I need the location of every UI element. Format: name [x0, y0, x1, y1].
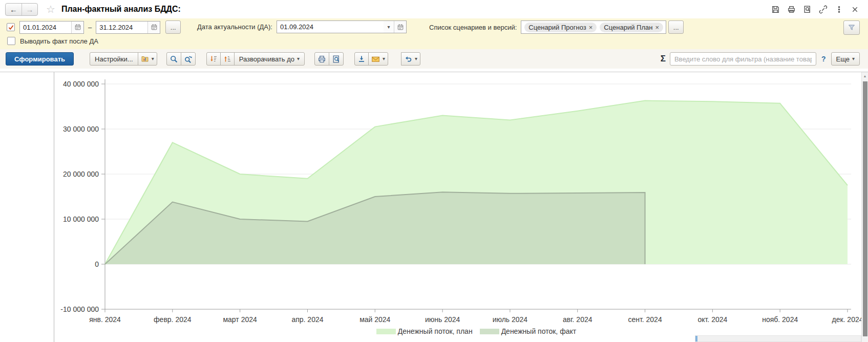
horizontal-scrollbar[interactable] — [695, 335, 861, 342]
scenario-tag: Сценарий План × — [600, 23, 663, 32]
period-from-calendar-button[interactable] — [71, 22, 83, 33]
cashflow-area-chart: -10 000 000010 000 00020 000 00030 000 0… — [0, 72, 861, 342]
vertical-scrollbar-thumb[interactable] — [863, 81, 867, 336]
x-tick-label: янв. 2024 — [89, 315, 121, 324]
period-to-input[interactable] — [96, 22, 147, 33]
collapse-rows-button[interactable] — [206, 52, 221, 66]
expand-rows-button[interactable] — [220, 52, 235, 66]
y-tick-label: 30 000 000 — [63, 125, 99, 133]
x-tick-label: март 2024 — [223, 315, 257, 324]
period-to-calendar-button[interactable] — [147, 22, 160, 33]
quick-filter-input[interactable] — [670, 52, 816, 66]
x-tick-label: июль 2024 — [493, 315, 528, 324]
remove-tag-icon[interactable]: × — [589, 24, 593, 31]
horizontal-scrollbar-handle[interactable] — [695, 336, 697, 341]
remove-tag-icon[interactable]: × — [655, 24, 659, 31]
sort-ascending-icon — [223, 55, 231, 63]
totals-sigma-icon[interactable]: Σ — [661, 54, 666, 64]
more-button[interactable]: Еще ▾ — [831, 52, 860, 66]
print-icon[interactable] — [786, 4, 796, 14]
export-save-button[interactable] — [354, 52, 369, 66]
filter-row-period: – ... Дата актуальности (ДА): ▾ — [0, 20, 868, 35]
legend-item-1: Денежный поток, факт — [480, 327, 577, 335]
printer-icon — [317, 55, 326, 63]
period-from-field — [19, 21, 84, 34]
more-label: Еще — [836, 55, 850, 63]
period-more-button[interactable]: ... — [165, 20, 181, 34]
send-mail-button[interactable]: ▾ — [368, 52, 388, 66]
sort-descending-icon — [209, 55, 218, 63]
scenario-tag: Сценарий Прогноз × — [524, 23, 597, 32]
more-menu-icon[interactable] — [834, 4, 844, 14]
report-toolbar: Сформировать Настройки... ▾ — [0, 49, 868, 69]
undo-arrow-icon — [404, 55, 412, 63]
forward-button[interactable]: → — [22, 4, 37, 15]
y-tick-label: 0 — [95, 260, 99, 268]
preview-icon — [332, 55, 341, 63]
favorite-star-icon[interactable]: ☆ — [46, 4, 55, 14]
x-tick-label: апр. 2024 — [291, 315, 323, 324]
x-tick-label: июнь 2024 — [425, 315, 460, 324]
expand-to-button[interactable]: Разворачивать до ▾ — [234, 52, 305, 66]
scenarios-field[interactable]: Сценарий Прогноз × Сценарий План × — [521, 20, 666, 34]
settings-variants-button[interactable]: ▾ — [138, 52, 157, 66]
scenario-tag-label: Сценарий План — [604, 24, 652, 31]
search-button[interactable] — [166, 52, 181, 66]
chart-area: -10 000 000010 000 00020 000 00030 000 0… — [0, 72, 868, 342]
print-preview-button[interactable] — [329, 52, 344, 66]
chevron-down-icon: ▾ — [297, 56, 300, 61]
mail-icon — [371, 55, 380, 63]
settings-button[interactable]: Настройки... — [90, 52, 138, 66]
period-dash: – — [88, 24, 92, 31]
y-tick-label: 10 000 000 — [63, 215, 99, 223]
calendar-icon — [397, 24, 404, 31]
x-tick-label: окт. 2024 — [697, 315, 727, 324]
nav-history-group: ← → — [5, 3, 38, 16]
filter-settings-button[interactable] — [843, 20, 860, 35]
search-repeat-icon — [184, 55, 193, 63]
save-icon[interactable] — [770, 4, 780, 14]
scenario-tag-label: Сценарий Прогноз — [528, 24, 586, 31]
print-button[interactable] — [314, 52, 329, 66]
download-icon — [357, 55, 366, 63]
legend-label: Денежный поток, план — [398, 327, 473, 335]
help-icon[interactable]: ? — [821, 55, 826, 63]
show-fact-after-label: Выводить факт после ДА — [20, 37, 98, 45]
search-repeat-button[interactable] — [181, 52, 196, 66]
chart-legend: Денежный поток, планДенежный поток, факт — [105, 327, 848, 335]
filter-row-fact-after: Выводить факт после ДА — [0, 37, 868, 48]
generate-button[interactable]: Сформировать — [6, 52, 74, 66]
scroll-up-icon[interactable]: ▲ — [862, 74, 868, 78]
x-tick-label: авг. 2024 — [563, 315, 592, 324]
expand-to-label: Разворачивать до — [239, 55, 294, 63]
back-button[interactable]: ← — [6, 4, 22, 15]
actual-date-input[interactable] — [277, 21, 384, 33]
x-tick-label: дек. 2024 — [832, 315, 861, 324]
actual-date-label: Дата актуальности (ДА): — [197, 23, 272, 31]
close-icon[interactable] — [850, 4, 860, 14]
show-fact-after-checkbox[interactable] — [7, 37, 15, 45]
back-arrow-icon: ← — [10, 5, 17, 14]
legend-swatch — [376, 329, 396, 334]
x-tick-label: май 2024 — [359, 315, 390, 324]
chevron-down-icon: ▾ — [852, 56, 855, 61]
related-reports-button[interactable]: ▾ — [401, 52, 420, 66]
header-icons — [770, 4, 860, 14]
window-header: ← → ☆ План-фактный анализ БДДС: — [0, 0, 868, 18]
print-preview-icon[interactable] — [802, 4, 812, 14]
funnel-icon — [848, 24, 856, 32]
scenarios-more-button[interactable]: ... — [668, 20, 684, 34]
actual-date-calendar-button[interactable] — [394, 21, 406, 33]
actual-date-dropdown-button[interactable]: ▾ — [384, 21, 394, 33]
chevron-down-icon: ▾ — [383, 56, 385, 61]
filter-panel: – ... Дата актуальности (ДА): ▾ — [0, 18, 868, 49]
chevron-down-icon: ▾ — [415, 56, 417, 61]
x-tick-label: нояб. 2024 — [762, 315, 798, 324]
legend-item-0: Денежный поток, план — [376, 327, 473, 335]
y-tick-label: 20 000 000 — [63, 170, 99, 178]
y-tick-label: 40 000 000 — [63, 80, 99, 88]
vertical-scrollbar[interactable]: ▲ — [861, 72, 868, 342]
period-from-input[interactable] — [20, 22, 71, 33]
link-icon[interactable] — [818, 4, 828, 14]
period-checkbox[interactable] — [7, 23, 15, 31]
